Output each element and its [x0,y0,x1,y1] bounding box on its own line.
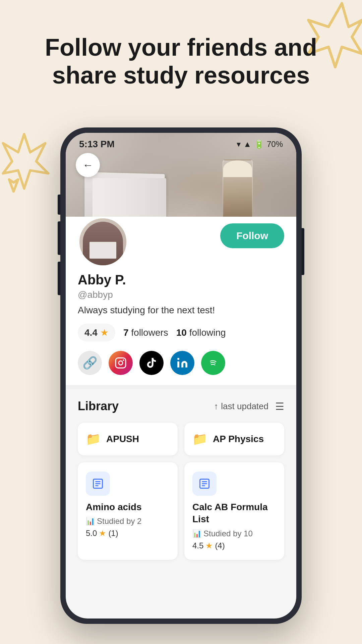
phone-side-btn-1 [58,195,60,215]
section-divider [66,385,296,389]
library-grid: 📁 APUSH 📁 AP Physics [78,423,284,560]
rating-value-calc: 4.5 [192,541,203,550]
phone-side-btn-2 [58,221,60,255]
hero-section: Follow your friends and share study reso… [0,34,362,89]
social-instagram-icon[interactable] [109,351,133,375]
social-spotify-icon[interactable] [201,351,225,375]
folder-name-apush: APUSH [106,434,139,444]
rating-number: 4.4 [84,327,98,338]
social-icons-row: 🔗 [78,351,284,375]
back-button[interactable]: ← [76,153,100,177]
followers-stat: 7 followers [123,327,168,338]
folder-icon-2: 📁 [192,432,207,446]
sort-arrow-icon: ↑ [214,401,218,412]
avatar [78,217,128,267]
phone-mockup: 5:13 PM ▾ ▲ 🔋 70% [60,127,302,624]
status-icons: ▾ ▲ 🔋 70% [237,140,283,149]
study-set-icon-calc [192,472,217,496]
profile-stats: 4.4 ★ 7 followers 10 following [78,324,284,341]
library-controls: ↑ last updated ☰ [214,400,284,412]
status-time: 5:13 PM [79,139,115,150]
followers-count: 7 [123,327,129,338]
folder-card-apush[interactable]: 📁 APUSH [78,423,178,455]
sort-controls[interactable]: ↑ last updated [214,401,268,412]
folder-card-ap-physics[interactable]: 📁 AP Physics [184,423,284,455]
rating-badge: 4.4 ★ [78,324,115,341]
library-section: Library ↑ last updated ☰ 📁 APUSH [66,389,296,570]
phone-side-btn-3 [58,262,60,295]
rating-count-amino: (1) [108,529,118,538]
phone-frame: 5:13 PM ▾ ▲ 🔋 70% [60,127,302,624]
rating-star-icon: ★ [100,327,109,338]
follow-button[interactable]: Follow [220,223,284,248]
status-bar: 5:13 PM ▾ ▲ 🔋 70% [66,133,296,153]
library-header: Library ↑ last updated ☰ [78,399,284,413]
profile-name: Abby P. [78,272,284,287]
hero-title: Follow your friends and share study reso… [27,34,335,89]
study-set-icon [86,472,110,496]
rating-value-amino: 5.0 [86,529,97,538]
mini-star-icon-calc: ★ [205,541,213,550]
signal-icon: ▲ [243,140,251,149]
filter-icon[interactable]: ☰ [275,400,284,412]
back-arrow-icon: ← [82,159,93,171]
drink-foam [223,160,252,177]
study-card-title-amino: Amino acids [86,501,170,513]
avatar-person [83,222,123,265]
battery-icon: 🔋 [254,140,264,149]
phone-screen: 5:13 PM ▾ ▲ 🔋 70% [66,133,296,619]
following-stat: 10 following [176,327,226,338]
avatar-container: Follow [78,217,284,267]
avatar-book [89,242,116,259]
profile-handle: @abbyp [78,289,284,300]
social-tiktok-icon[interactable] [139,351,164,375]
folder-name-ap-physics: AP Physics [213,434,264,444]
study-card-calc[interactable]: Calc AB Formula List 📊 Studied by 10 4.5… [184,462,284,560]
studied-by-amino: Studied by 2 [97,517,141,526]
svg-point-1 [119,361,123,365]
bar-chart-icon: 📊 [86,517,95,526]
study-card-meta-amino: 📊 Studied by 2 [86,517,170,526]
profile-section: Follow Abby P. @abbyp Always studying fo… [66,217,296,385]
star-bottom-left-decoration [0,131,60,198]
following-count: 10 [176,327,187,338]
study-card-meta-calc: 📊 Studied by 10 [192,529,276,538]
svg-point-4 [208,358,218,368]
profile-bio: Always studying for the next test! [78,305,284,316]
library-title: Library [78,399,119,413]
folder-icon: 📁 [86,432,101,446]
social-linkedin-icon[interactable] [170,351,194,375]
sort-label-text: last updated [221,401,268,412]
study-card-amino-acids[interactable]: Amino acids 📊 Studied by 2 5.0 ★ (1) [78,462,178,560]
svg-rect-0 [116,358,126,368]
study-card-rating-calc: 4.5 ★ (4) [192,541,276,550]
wifi-icon: ▾ [237,140,241,149]
svg-point-2 [123,360,124,361]
study-card-rating-amino: 5.0 ★ (1) [86,529,170,538]
rating-count-calc: (4) [215,541,225,550]
mini-star-icon: ★ [99,529,106,538]
bar-chart-icon-calc: 📊 [192,529,201,538]
svg-point-3 [177,358,179,360]
battery-percentage: 70% [267,140,283,149]
phone-side-btn-right [302,228,304,275]
studied-by-calc: Studied by 10 [203,529,253,538]
study-card-title-calc: Calc AB Formula List [192,501,276,526]
social-link-icon[interactable]: 🔗 [78,351,102,375]
